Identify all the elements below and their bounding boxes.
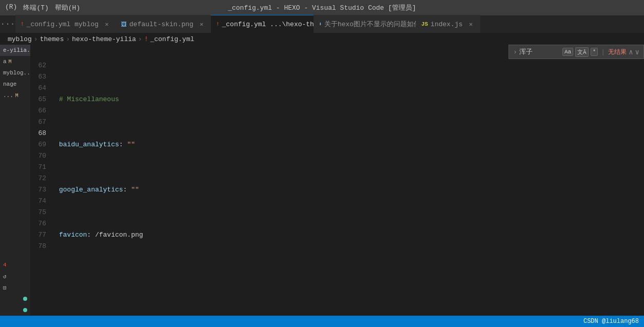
search-regex-option[interactable]: * <box>591 48 598 56</box>
code-line-63: baidu_analytics: "" <box>59 139 644 150</box>
line-numbers: 62 63 64 65 66 67 68 69 70 71 72 73 74 7… <box>31 60 59 316</box>
side-panel-item-undo[interactable]: ↺ <box>0 271 30 282</box>
search-next-icon[interactable]: ∨ <box>635 48 639 56</box>
code-editor: 62 63 64 65 66 67 68 69 70 71 72 73 74 7… <box>31 45 644 316</box>
ln-69: 69 <box>31 139 51 150</box>
search-no-result: 无结果 <box>608 48 627 56</box>
breadcrumb-myblog[interactable]: myblog <box>8 35 32 43</box>
ln-66: 66 <box>31 105 51 117</box>
breadcrumb-sep3: › <box>138 35 142 43</box>
ln-72: 72 <box>31 173 51 184</box>
tab-label: index.js <box>431 21 462 28</box>
breadcrumb-sep1: › <box>34 35 38 43</box>
side-panel-item-myblog[interactable]: myblog... <box>0 67 30 79</box>
code-line-64: google_analytics: "" <box>59 184 644 196</box>
tab-warn-icon: ! <box>216 21 220 27</box>
search-input[interactable] <box>519 48 560 56</box>
ln-67: 67 <box>31 117 51 128</box>
editor-area: › Aa 文Ā * | 无结果 ∧ ∨ 62 63 64 65 66 67 68… <box>31 45 644 316</box>
tab-hexo-img-md[interactable]: ⬇ 关于hexo图片不显示的问题如何解决.md ✕ <box>314 15 416 33</box>
main-area: e-yilia... a M myblog... nage ... M 4 ↺ … <box>0 45 644 316</box>
side-panel-item-yilia[interactable]: e-yilia... <box>0 45 30 56</box>
side-panel-dot1 <box>0 293 30 304</box>
breadcrumb-hexo-theme[interactable]: hexo-theme-yilia <box>72 35 136 43</box>
menu-terminal[interactable]: 终端(T) <box>23 3 48 12</box>
tab-bar: ··· ! _config.yml myblog ✕ 🖼 default-ski… <box>0 15 644 33</box>
code-line-62: # Miscellaneous <box>59 94 644 105</box>
code-token: baidu_analytics <box>59 139 119 150</box>
ln-65: 65 <box>31 94 51 105</box>
ln-78: 78 <box>31 241 51 252</box>
window-title: _config.yml - HEXO - Visual Studio Code … <box>228 3 416 12</box>
side-panel-dot2 <box>0 304 30 316</box>
code-token: "" <box>127 139 135 150</box>
ln-71: 71 <box>31 162 51 173</box>
code-token: google_analytics <box>59 184 123 196</box>
find-widget[interactable]: › Aa 文Ā * | 无结果 ∧ ∨ <box>509 45 644 59</box>
code-token: favicon <box>59 229 87 241</box>
ln-77: 77 <box>31 229 51 241</box>
tab-config-myblog[interactable]: ! _config.yml myblog ✕ <box>15 15 116 33</box>
tab-img-icon: 🖼 <box>121 21 127 28</box>
side-panel: e-yilia... a M myblog... nage ... M 4 ↺ … <box>0 45 31 316</box>
breadcrumb-config[interactable]: _config.yml <box>150 35 194 43</box>
tab-js-icon: JS <box>421 21 428 27</box>
code-token: # Miscellaneous <box>59 94 119 105</box>
ln-74: 74 <box>31 196 51 207</box>
side-panel-item-m[interactable]: ... M <box>0 90 30 101</box>
tab-index-js[interactable]: JS index.js ✕ <box>416 15 480 33</box>
code-line-65: favicon: /favicon.png <box>59 229 644 241</box>
search-word-option[interactable]: 文Ā <box>575 47 589 57</box>
tab-config-yilia[interactable]: ! _config.yml ...\hexo-theme-yilia M ✕ <box>211 15 314 33</box>
ln-68: 68 <box>31 128 51 139</box>
ln-73: 73 <box>31 184 51 196</box>
tab-label: _config.yml myblog <box>27 21 99 28</box>
breadcrumb: myblog › themes › hexo-theme-yilia › ! _… <box>0 33 644 45</box>
side-panel-item-box[interactable]: ⊡ <box>0 282 30 293</box>
breadcrumb-themes[interactable]: themes <box>40 35 64 43</box>
side-panel-item-4: 4 <box>0 259 30 271</box>
menu-help[interactable]: 帮助(H) <box>55 3 80 12</box>
tab-close-icon[interactable]: ✕ <box>103 20 111 28</box>
breadcrumb-sep2: › <box>66 35 70 43</box>
code-content[interactable]: # Miscellaneous baidu_analytics: "" goog… <box>59 60 644 316</box>
search-case-option[interactable]: Aa <box>562 48 573 56</box>
side-panel-item-nage[interactable]: nage <box>0 79 30 90</box>
tab-label: default-skin.png <box>129 21 193 28</box>
search-prev-icon[interactable]: ∧ <box>629 48 633 56</box>
status-bar: CSDN @liulang68 <box>0 316 644 327</box>
ln-63: 63 <box>31 71 51 83</box>
side-panel-item-a[interactable]: a M <box>0 56 30 67</box>
tab-default-skin[interactable]: 🖼 default-skin.png ✕ <box>116 15 211 33</box>
title-bar: (R) 终端(T) 帮助(H) _config.yml - HEXO - Vis… <box>0 0 644 15</box>
tab-warn-icon: ! <box>21 21 24 27</box>
ln-64: 64 <box>31 83 51 94</box>
status-watermark: CSDN @liulang68 <box>583 318 639 325</box>
menu-bar[interactable]: (R) 终端(T) 帮助(H) <box>5 3 80 12</box>
ln-76: 76 <box>31 218 51 229</box>
menu-r[interactable]: (R) <box>5 3 17 12</box>
tab-close-icon[interactable]: ✕ <box>198 20 206 28</box>
tab-close-icon[interactable]: ✕ <box>467 20 475 28</box>
code-line-66 <box>59 275 644 286</box>
breadcrumb-warn-icon: ! <box>144 35 148 43</box>
code-token: "" <box>131 184 139 196</box>
tab-overflow[interactable]: ··· <box>0 15 15 33</box>
ln-70: 70 <box>31 150 51 162</box>
search-separator: | <box>601 48 605 56</box>
chevron-right-icon: › <box>513 48 517 56</box>
ln-75: 75 <box>31 207 51 218</box>
ln-62: 62 <box>31 60 51 71</box>
tab-dl-icon: ⬇ <box>319 21 322 27</box>
